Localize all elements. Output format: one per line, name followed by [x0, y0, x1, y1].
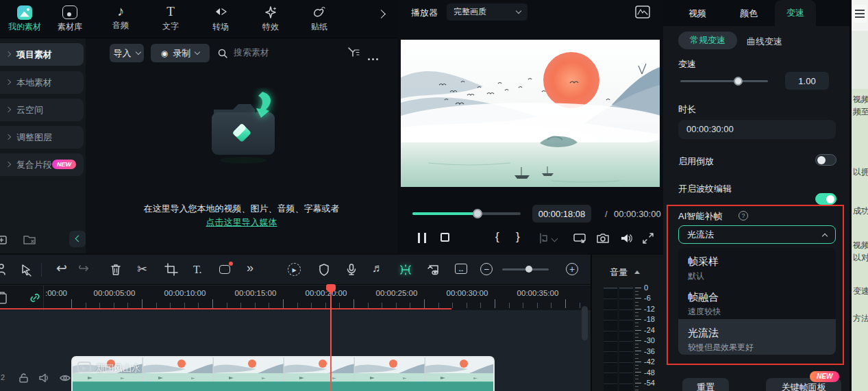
- sidebar-item-local-media[interactable]: 本地素材: [0, 71, 84, 94]
- playback-progress[interactable]: [412, 212, 521, 215]
- import-button[interactable]: 导入: [110, 44, 144, 62]
- snapshot-add-icon[interactable]: [0, 233, 8, 247]
- time-separator: /: [605, 209, 608, 219]
- speed-slider-handle[interactable]: [734, 77, 743, 86]
- speed-value-box[interactable]: 1.00: [785, 72, 829, 90]
- ripple-edit-toggle[interactable]: [815, 193, 836, 205]
- voiceover-mic-icon[interactable]: [345, 263, 358, 277]
- cut-scissors-icon[interactable]: ✂: [137, 262, 147, 277]
- tab-speed[interactable]: 变速: [775, 0, 816, 26]
- mark-out-button[interactable]: }: [516, 230, 520, 244]
- menu-option-frame-blending[interactable]: 帧融合 速度较快: [678, 283, 836, 319]
- redo-icon[interactable]: ↪: [78, 260, 89, 276]
- reset-button[interactable]: 重置: [682, 378, 729, 391]
- notification-dot: [229, 262, 233, 266]
- mask-tool-icon[interactable]: [219, 265, 230, 274]
- record-button[interactable]: ◉ 录制: [151, 44, 210, 62]
- audio-clip-icon[interactable]: ♬: [372, 262, 384, 275]
- select-cursor-icon[interactable]: [19, 263, 33, 277]
- tab-color[interactable]: 颜色: [732, 8, 766, 20]
- shield-icon[interactable]: [318, 263, 330, 277]
- collapse-triangle-icon[interactable]: [634, 270, 640, 274]
- vertical-scrollbar[interactable]: [582, 306, 588, 340]
- timeline-ruler[interactable]: :00:00 00:00:05:00 00:00:10:00 00:00:15:…: [0, 286, 591, 310]
- paste-attributes-icon[interactable]: [0, 291, 8, 305]
- nav-my-media[interactable]: 我的素材: [3, 3, 46, 33]
- media-tool-icon[interactable]: [0, 263, 8, 277]
- subtab-speed-ramping[interactable]: 曲线变速: [747, 36, 782, 48]
- hamburger-menu-icon[interactable]: [853, 5, 867, 23]
- pause-button[interactable]: [418, 233, 426, 243]
- mute-track-icon[interactable]: [38, 373, 51, 383]
- split-preview-icon[interactable]: [536, 232, 549, 244]
- menu-option-frame-sampling[interactable]: 帧采样 默认: [678, 248, 836, 283]
- reverse-toggle[interactable]: [815, 154, 836, 166]
- duration-input[interactable]: 00:00:30:00: [678, 120, 836, 139]
- zoom-slider-handle[interactable]: [525, 266, 532, 273]
- lock-track-icon[interactable]: [18, 372, 29, 383]
- import-label: 导入: [114, 47, 132, 60]
- menu-option-optical-flow[interactable]: 光流法 较慢但是效果更好: [678, 319, 836, 355]
- import-media-link[interactable]: 点击这里导入媒体: [86, 216, 397, 229]
- nav-audio[interactable]: ♪ 音频: [99, 2, 142, 31]
- undo-icon[interactable]: ↩: [56, 260, 67, 276]
- timeline-clip[interactable]: ▶ 新国风山水: [71, 356, 495, 391]
- meter-scale-label: -6: [644, 294, 651, 302]
- beat-detection-icon[interactable]: [398, 263, 413, 277]
- mark-in-button[interactable]: {: [495, 230, 499, 244]
- tab-video[interactable]: 视频: [680, 8, 715, 20]
- nav-stickers[interactable]: 贴纸: [298, 3, 340, 33]
- help-text-fragment: 以拥: [853, 166, 868, 178]
- more-tools-icon[interactable]: »: [247, 261, 253, 275]
- import-folder-icon[interactable]: [197, 88, 293, 170]
- preview-frame[interactable]: [401, 40, 660, 187]
- nav-library[interactable]: 素材库: [49, 3, 91, 33]
- volume-icon[interactable]: [619, 232, 633, 244]
- fit-timeline-icon[interactable]: ↔: [455, 264, 467, 274]
- speed-slider[interactable]: [680, 80, 768, 82]
- sidebar-item-cloud[interactable]: 云空间: [0, 99, 84, 121]
- help-icon[interactable]: ?: [739, 211, 748, 220]
- record-dot-icon: ◉: [161, 49, 168, 58]
- delete-icon[interactable]: [110, 263, 122, 277]
- current-time-box[interactable]: 00:00:18:08: [532, 205, 591, 223]
- quality-dropdown[interactable]: 完整画质: [447, 3, 528, 21]
- text-tool-icon[interactable]: T.: [193, 264, 202, 276]
- timeline-zoom-slider[interactable]: [502, 268, 549, 270]
- display-device-icon[interactable]: [573, 232, 586, 244]
- nav-text[interactable]: T 文字: [149, 3, 192, 32]
- snapshot-camera-icon[interactable]: [596, 232, 610, 244]
- zoom-out-icon[interactable]: −: [480, 263, 493, 275]
- subtab-uniform-speed[interactable]: 常规变速: [678, 31, 737, 49]
- delete-folder-icon[interactable]: [22, 233, 37, 247]
- chevron-down-icon[interactable]: [551, 236, 558, 242]
- filter-icon[interactable]: [347, 47, 360, 58]
- nav-expand-chevron-icon[interactable]: [377, 10, 386, 18]
- volume-meter-label[interactable]: 音量: [610, 266, 628, 279]
- hide-track-icon[interactable]: [59, 373, 71, 383]
- fullscreen-icon[interactable]: [642, 232, 654, 244]
- tab-speed-label: 变速: [786, 7, 804, 19]
- meter-scale-label: -18: [644, 315, 655, 323]
- nav-transitions[interactable]: 转场: [199, 3, 242, 33]
- track-area[interactable]: ▶ 新国风山水 2: [0, 310, 591, 391]
- sidebar-item-compound-clip[interactable]: 复合片段 NEW: [0, 153, 84, 176]
- preview-render-icon[interactable]: [426, 263, 441, 277]
- stop-button[interactable]: [441, 233, 449, 242]
- toolbar-divider: [41, 263, 42, 277]
- nav-effects[interactable]: 特效: [249, 3, 292, 33]
- collapse-sidebar-button[interactable]: [69, 231, 86, 247]
- playhead-line[interactable]: [330, 286, 332, 391]
- histogram-icon[interactable]: [634, 5, 651, 19]
- link-clips-icon[interactable]: [29, 292, 41, 304]
- crop-icon[interactable]: [164, 263, 178, 277]
- render-preview-icon[interactable]: ▶: [288, 263, 301, 276]
- sidebar-item-project-media[interactable]: 项目素材: [0, 43, 84, 66]
- search-input[interactable]: [232, 47, 321, 58]
- zoom-in-icon[interactable]: +: [566, 263, 578, 275]
- more-options-icon[interactable]: [368, 51, 380, 63]
- sidebar-item-adjustment-layer[interactable]: 调整图层: [0, 126, 84, 149]
- ai-frame-dropdown[interactable]: 光流法: [678, 225, 836, 244]
- progress-handle[interactable]: [473, 209, 482, 218]
- chevron-up-icon: [822, 233, 828, 238]
